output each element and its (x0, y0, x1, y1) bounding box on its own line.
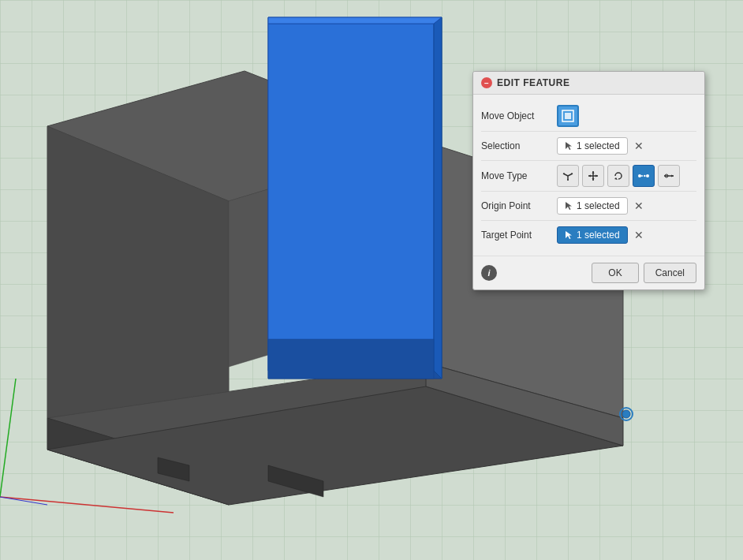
selection-button[interactable]: 1 selected (557, 137, 628, 155)
move-type-point-button[interactable] (633, 165, 655, 187)
translate-2d-icon (587, 170, 599, 182)
selection-clear-button[interactable]: ✕ (631, 138, 647, 154)
origin-point-button[interactable]: 1 selected (557, 197, 628, 215)
along-axis-icon (663, 170, 675, 182)
svg-point-36 (646, 174, 649, 177)
svg-point-35 (638, 174, 641, 177)
move-type-controls (557, 165, 696, 187)
footer-buttons: OK Cancel (592, 263, 696, 283)
panel-footer: i OK Cancel (473, 256, 704, 289)
move-object-controls (557, 105, 696, 127)
target-point-clear-button[interactable]: ✕ (631, 227, 647, 243)
origin-point-row: Origin Point 1 selected ✕ (473, 192, 704, 220)
target-point-row: Target Point 1 selected ✕ (473, 221, 704, 249)
panel-body: Move Object Selection (473, 95, 704, 252)
svg-marker-38 (644, 175, 646, 177)
point-to-point-icon (637, 170, 650, 182)
svg-marker-33 (596, 175, 598, 177)
origin-point-controls: 1 selected ✕ (557, 197, 696, 215)
svg-marker-34 (614, 177, 618, 180)
panel-header: − EDIT FEATURE (473, 72, 704, 95)
origin-point-value: 1 selected (577, 200, 620, 211)
move-object-button[interactable] (557, 105, 579, 127)
origin-point-label: Origin Point (481, 200, 552, 211)
selection-controls: 1 selected ✕ (557, 137, 696, 155)
svg-rect-21 (565, 113, 571, 119)
selection-row: Selection 1 selected ✕ (473, 132, 704, 160)
svg-marker-30 (592, 171, 595, 174)
target-point-label: Target Point (481, 230, 552, 241)
move-type-3d-button[interactable] (557, 165, 579, 187)
svg-marker-40 (671, 175, 674, 177)
selection-value: 1 selected (577, 140, 620, 151)
info-button[interactable]: i (481, 265, 497, 281)
move-object-icon (562, 110, 574, 122)
svg-marker-31 (592, 178, 595, 181)
target-cursor-icon (564, 230, 573, 240)
cancel-button[interactable]: Cancel (644, 263, 696, 283)
rotate-icon (612, 170, 625, 182)
move-type-axis-button[interactable] (658, 165, 680, 187)
selection-label: Selection (481, 140, 552, 151)
translate-3d-icon (562, 170, 574, 182)
move-object-row: Move Object (473, 101, 704, 131)
move-type-rotate-button[interactable] (607, 165, 629, 187)
move-object-label: Move Object (481, 110, 552, 121)
panel-title: EDIT FEATURE (497, 77, 569, 88)
move-type-label: Move Type (481, 170, 552, 181)
ok-button[interactable]: OK (592, 263, 638, 283)
move-type-2d-button[interactable] (582, 165, 604, 187)
svg-marker-32 (588, 175, 591, 177)
target-point-button[interactable]: 1 selected (557, 226, 628, 244)
origin-point-clear-button[interactable]: ✕ (631, 198, 647, 214)
cursor-icon (564, 141, 573, 151)
target-point-controls: 1 selected ✕ (557, 226, 696, 244)
panel-header-icon: − (481, 77, 492, 88)
origin-cursor-icon (564, 201, 573, 211)
edit-feature-panel: − EDIT FEATURE Move Object Selection (472, 71, 705, 290)
move-type-row: Move Type (473, 161, 704, 191)
target-point-value: 1 selected (577, 230, 620, 241)
